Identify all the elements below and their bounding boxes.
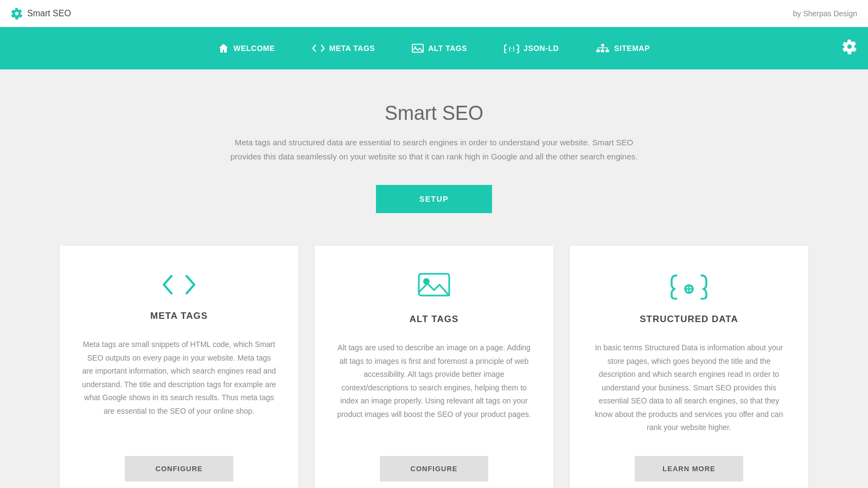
svg-text:{·}: {·} [509,46,515,52]
card-alt-tags: ALT TAGS Alt tags are used to describe a… [315,246,553,488]
nav-item-meta-tags[interactable]: META TAGS [310,39,377,57]
card-desc-structured-data: In basic terms Structured Data is inform… [591,341,787,434]
nav-label-json-ld: JSON-LD [524,44,559,53]
nav-label-sitemap: SITEMAP [614,44,650,53]
svg-rect-3 [601,44,604,47]
nav-bar: WELCOME META TAGS ALT TAGS {·} [0,27,868,69]
app-logo-icon [11,8,23,20]
json-icon-nav: {·} [504,43,519,53]
card-structured-data: STRUCTURED DATA In basic terms Structure… [570,246,808,488]
nav-item-json-ld[interactable]: {·} JSON-LD [502,39,561,57]
card-desc-meta-tags: Meta tags are small snippets of HTML cod… [81,338,277,434]
home-icon [218,43,229,54]
app-byline: by Sherpas Design [793,9,857,18]
nav-label-alt-tags: ALT TAGS [428,44,467,53]
page-subtitle: Meta tags and structured data are essent… [222,136,646,163]
svg-rect-4 [596,50,599,53]
top-bar: Smart SEO by Sherpas Design [0,0,868,27]
card-title-structured-data: STRUCTURED DATA [640,314,738,325]
card-icon-meta-tags [162,273,196,301]
nav-label-welcome: WELCOME [233,44,275,53]
card-title-alt-tags: ALT TAGS [410,314,458,325]
nav-item-welcome[interactable]: WELCOME [216,38,277,58]
page-title: Smart SEO [385,102,483,125]
card-icon-structured-data [670,273,708,304]
gear-icon [842,39,857,54]
app-branding: Smart SEO [11,8,71,20]
svg-rect-5 [601,50,604,53]
configure-alt-tags-button[interactable]: CONFIGURE [380,456,488,481]
card-icon-alt-tags [418,273,450,304]
card-desc-alt-tags: Alt tags are used to describe an image o… [336,341,532,434]
svg-rect-12 [419,274,449,296]
sitemap-icon-nav [596,43,610,53]
settings-button[interactable] [842,39,857,57]
code-icon-nav [312,43,325,53]
nav-label-meta-tags: META TAGS [329,44,375,53]
setup-button[interactable]: SETUP [376,185,492,213]
image-icon-nav [412,43,424,53]
main-content: Smart SEO Meta tags and structured data … [0,69,868,488]
svg-rect-6 [605,50,609,53]
card-meta-tags: META TAGS Meta tags are small snippets o… [60,246,298,488]
learn-more-button[interactable]: LEARN MORE [635,456,743,481]
app-name: Smart SEO [27,9,71,18]
cards-container: META TAGS Meta tags are small snippets o… [60,246,808,488]
nav-items: WELCOME META TAGS ALT TAGS {·} [216,38,652,58]
nav-item-alt-tags[interactable]: ALT TAGS [410,39,469,57]
nav-item-sitemap[interactable]: SITEMAP [593,39,652,57]
card-title-meta-tags: META TAGS [150,311,208,322]
configure-meta-tags-button[interactable]: CONFIGURE [125,456,233,481]
